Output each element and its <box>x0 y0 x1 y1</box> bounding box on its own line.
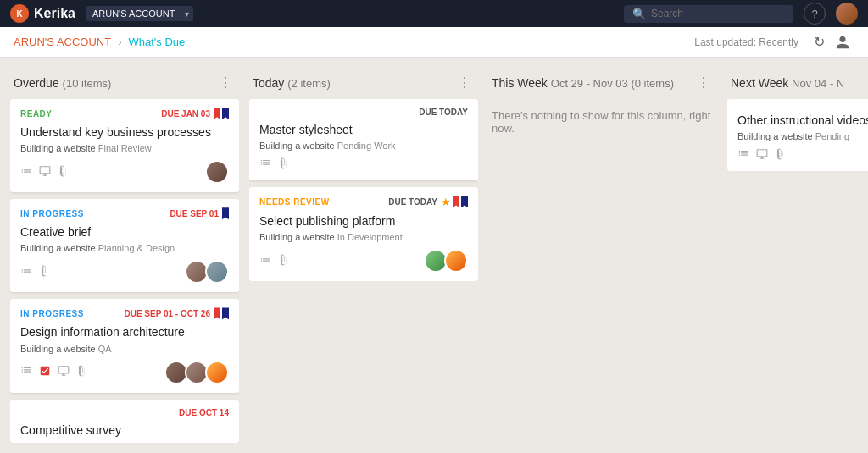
card-top-right: DUE OCT 14 <box>179 408 229 417</box>
card-due-label: DUE JAN 03 <box>161 109 210 119</box>
card-project-name: Building a website <box>20 243 98 253</box>
column-body-overdue: READYDUE JAN 03Understand key business p… <box>10 99 239 443</box>
clip-icon <box>278 254 290 268</box>
bookmark-blue-icon <box>222 108 229 119</box>
person-filter-button[interactable] <box>831 30 854 54</box>
column-body-next-week: Other instructional videosBuilding a web… <box>727 99 868 171</box>
card-icons <box>737 148 787 163</box>
card-top-row: DUE OCT 14 <box>20 408 229 417</box>
card-title: Design information architecture <box>20 324 229 340</box>
list-icon <box>20 265 32 279</box>
clip-icon <box>278 157 290 172</box>
card-footer <box>20 361 229 384</box>
card-card2[interactable]: IN PROGRESSDUE SEP 01Creative briefBuild… <box>10 199 239 292</box>
card-status: NEEDS REVIEW <box>259 197 330 207</box>
account-selector[interactable]: ARUN'S ACCOUNT <box>86 6 193 21</box>
search-input[interactable] <box>651 8 770 19</box>
column-this-week: This Week Oct 29 - Nov 03 (0 items)⋮Ther… <box>488 68 717 443</box>
card-footer <box>20 160 229 184</box>
card-title: Select publishing platform <box>259 213 468 229</box>
clip-icon <box>58 165 70 180</box>
card-project: Building a website Planning & Design <box>20 243 229 253</box>
card-bookmark <box>214 307 229 319</box>
card-status: IN PROGRESS <box>20 209 84 218</box>
breadcrumb-separator: › <box>118 36 121 48</box>
card-title: Other instructional videos <box>737 113 868 128</box>
card-icons <box>20 265 51 279</box>
card-bookmark <box>214 108 229 119</box>
card-due-label: DUE SEP 01 <box>170 209 219 218</box>
card-card1[interactable]: READYDUE JAN 03Understand key business p… <box>10 99 239 192</box>
card-footer <box>20 260 229 284</box>
card-project: Building a website QA <box>20 344 229 354</box>
card-card6[interactable]: NEEDS REVIEWDUE TODAY★Select publishing … <box>249 187 478 281</box>
column-menu-this-week[interactable]: ⋮ <box>693 73 714 92</box>
card-top-right: DUE TODAY★ <box>388 196 468 208</box>
card-top-row: IN PROGRESSDUE SEP 01 <box>20 207 229 219</box>
card-card5[interactable]: DUE TODAYMaster stylesheetBuilding a web… <box>249 99 478 180</box>
user-avatar[interactable] <box>836 3 858 25</box>
column-subtitle-overdue: (10 items) <box>63 77 112 90</box>
card-project-name: Building a website <box>20 143 98 153</box>
list-icon <box>259 157 271 172</box>
search-bar[interactable]: 🔍 <box>624 5 793 23</box>
column-header-this-week: This Week Oct 29 - Nov 03 (0 items)⋮ <box>488 68 717 99</box>
card-top-right: DUE SEP 01 <box>170 207 229 219</box>
column-header-next-week: Next Week Nov 04 - N⋮ <box>727 68 868 99</box>
card-title: Understand key business processes <box>20 124 229 140</box>
card-title: Master stylesheet <box>259 122 468 137</box>
card-top-row: NEEDS REVIEWDUE TODAY★ <box>259 196 468 208</box>
card-footer <box>259 157 468 172</box>
monitor-icon <box>756 148 768 163</box>
card-project: Building a website Planning & Design <box>20 441 229 443</box>
column-menu-overdue[interactable]: ⋮ <box>215 73 236 92</box>
refresh-button[interactable]: ↻ <box>807 30 831 54</box>
card-project: Building a website Pending <box>737 131 868 141</box>
column-title-overdue: Overdue (10 items) <box>14 76 111 90</box>
card-project-name: Building a website <box>20 441 98 443</box>
column-today: Today (2 items)⋮DUE TODAYMaster styleshe… <box>249 68 478 443</box>
card-card4[interactable]: DUE OCT 14Competitive surveyBuilding a w… <box>10 400 239 443</box>
card-status: READY <box>20 109 53 119</box>
logo-text: Kerika <box>34 6 75 21</box>
column-header-today: Today (2 items)⋮ <box>249 68 478 99</box>
avatar-brown <box>205 160 229 184</box>
card-due-label: DUE TODAY <box>419 108 468 117</box>
card-icons <box>259 254 290 268</box>
card-card7[interactable]: Other instructional videosBuilding a web… <box>727 99 868 171</box>
help-button[interactable]: ? <box>804 3 826 25</box>
breadcrumb-bar: ARUN'S ACCOUNT › What's Due Last updated… <box>0 27 868 58</box>
column-header-overdue: Overdue (10 items)⋮ <box>10 68 239 99</box>
card-project: Building a website In Development <box>259 232 468 242</box>
card-top-right: DUE SEP 01 - OCT 26 <box>124 307 229 319</box>
card-icons <box>20 365 88 379</box>
avatar-grey <box>205 260 229 284</box>
card-footer <box>259 249 468 273</box>
bookmark-blue-icon <box>222 307 229 319</box>
card-status: IN PROGRESS <box>20 309 84 318</box>
card-due-label: DUE OCT 14 <box>179 408 229 417</box>
bookmark-blue-icon <box>222 207 229 219</box>
breadcrumb-current: What's Due <box>129 36 186 48</box>
card-project: Building a website Pending Work <box>259 141 468 151</box>
account-selector-wrapper[interactable]: ARUN'S ACCOUNT <box>86 6 193 21</box>
card-top-row: IN PROGRESSDUE SEP 01 - OCT 26 <box>20 307 229 319</box>
card-card3[interactable]: IN PROGRESSDUE SEP 01 - OCT 26Design inf… <box>10 299 239 392</box>
card-bookmark: ★ <box>441 196 468 208</box>
bookmark-star-icon: ★ <box>441 196 451 208</box>
person-filter-icon <box>835 35 850 50</box>
card-avatars <box>164 361 229 384</box>
breadcrumb-account[interactable]: ARUN'S ACCOUNT <box>14 36 111 48</box>
logo: K Kerika <box>10 4 75 23</box>
avatar-orange <box>444 249 468 273</box>
column-overdue: Overdue (10 items)⋮READYDUE JAN 03Unders… <box>10 68 239 443</box>
card-avatars <box>185 260 229 284</box>
logo-icon: K <box>10 4 29 23</box>
last-updated-text: Last updated: Recently <box>694 36 798 48</box>
column-menu-today[interactable]: ⋮ <box>454 73 475 92</box>
card-project-name: Building a website <box>737 131 815 141</box>
column-subtitle-next-week: Nov 04 - N <box>792 77 844 90</box>
clip-icon <box>39 265 51 279</box>
column-body-today: DUE TODAYMaster stylesheetBuilding a web… <box>249 99 478 281</box>
card-avatars <box>424 249 468 273</box>
